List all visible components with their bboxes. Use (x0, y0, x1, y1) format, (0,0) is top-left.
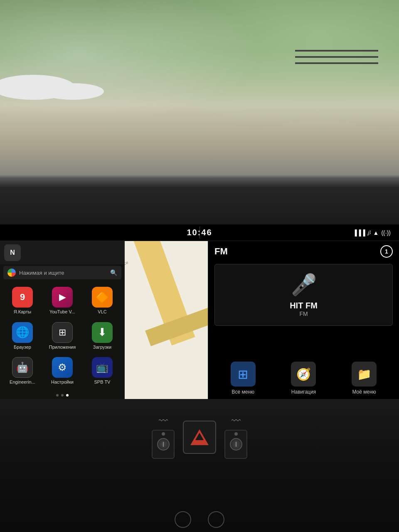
wifi-icon: ((·)) (381, 229, 391, 236)
yandex-maps-label: Я.Карты (14, 309, 31, 314)
fm-label: FM (214, 246, 228, 257)
fan-right-control: 〰 (224, 416, 247, 459)
car-exterior-view (0, 0, 399, 175)
fence (295, 50, 378, 83)
hazard-triangle-icon (190, 429, 209, 445)
app-downloads[interactable]: ⬇ Загрузки (83, 320, 121, 353)
search-hint: Нажимая и ищите (19, 270, 107, 276)
bottom-circle-btn-1[interactable] (175, 511, 191, 528)
nav-letter: N (10, 249, 15, 256)
page-dot-1 (56, 394, 59, 397)
engineering-icon: 🤖 (12, 357, 33, 378)
bottom-dashboard: 〰 〰 (0, 399, 399, 532)
search-icon[interactable]: 🔍 (110, 269, 117, 276)
navigator-app-icon[interactable]: N (4, 244, 21, 261)
knob-line-right (236, 442, 236, 447)
status-divider (200, 227, 200, 239)
hazard-button[interactable] (183, 421, 216, 454)
infotainment-screen: 10:46 ▐▐▐ 𝛽 ▲ ((·)) шоссе N (0, 224, 399, 399)
menu-buttons-row: ⊞ Все меню 🧭 Навигация 📁 Моё меню (214, 362, 393, 395)
radio-station-display[interactable]: 🎤 HIT FM FM (214, 264, 393, 326)
all-menu-button[interactable]: ⊞ Все меню (231, 362, 256, 395)
app-browser[interactable]: 🌐 Браузер (3, 320, 42, 353)
bottom-circle-buttons (175, 511, 224, 528)
app-settings[interactable]: ⚙ Настройки (43, 355, 81, 388)
engineering-label: Engineerin... (10, 379, 35, 384)
preset-number: 1 (385, 248, 388, 255)
hvac-right-dial[interactable] (224, 430, 247, 459)
all-menu-icon: ⊞ (231, 362, 256, 387)
station-type: FM (299, 310, 308, 317)
fan-right-icon: 〰 (232, 416, 241, 426)
browser-icon: 🌐 (12, 322, 33, 343)
settings-label: Настройки (51, 379, 74, 384)
youtube-vanced-label: YouTube V... (49, 309, 75, 314)
downloads-label: Загрузки (93, 345, 111, 350)
page-indicator (0, 392, 125, 399)
hvac-left-knob[interactable] (157, 438, 170, 451)
navigation-label: Навигация (291, 389, 316, 395)
fan-left-control: 〰 (152, 416, 175, 459)
fm-preset-badge: 1 (380, 245, 393, 258)
signal-icon: ▲ (373, 229, 379, 236)
vlc-label: VLC (98, 309, 106, 314)
spbtv-label: SPB TV (94, 379, 111, 384)
knob-line (163, 442, 164, 447)
settings-icon: ⚙ (52, 357, 73, 378)
bluetooth-icon: 𝛽 (368, 229, 371, 236)
app-vlc[interactable]: 🔶 VLC (83, 284, 121, 318)
navigation-button[interactable]: 🧭 Навигация (291, 362, 316, 395)
hvac-right-knob[interactable] (230, 438, 242, 451)
nav-icon-bar: N (0, 241, 125, 264)
app-spbtv[interactable]: 📺 SPB TV (83, 355, 121, 388)
applications-label: Приложения (49, 345, 76, 350)
navigation-icon: 🧭 (291, 362, 316, 387)
youtube-vanced-icon: ▶ (52, 287, 73, 308)
app-grid: 9 Я.Карты ▶ YouTube V... 🔶 (0, 281, 125, 392)
station-name: HIT FM (290, 301, 318, 310)
snow-blob-2 (42, 83, 104, 100)
app-engineering[interactable]: 🤖 Engineerin... (3, 355, 42, 388)
google-logo (7, 268, 16, 277)
right-panel: FM 1 🎤 HIT FM FM ⊞ Все меню (208, 241, 399, 399)
battery-icon: ▐▐▐ (353, 229, 365, 236)
page-dot-2 (61, 394, 64, 397)
downloads-icon: ⬇ (92, 322, 113, 343)
browser-label: Браузер (14, 345, 31, 350)
applications-icon: ⊞ (52, 322, 73, 343)
app-yandex-maps[interactable]: 9 Я.Карты (3, 284, 42, 318)
all-menu-label: Все меню (232, 389, 255, 395)
status-bar: 10:46 ▐▐▐ 𝛽 ▲ ((·)) (0, 224, 399, 241)
my-menu-icon: 📁 (352, 362, 377, 387)
vlc-icon: 🔶 (92, 287, 113, 308)
dashboard-top-bezel (0, 175, 399, 224)
app-youtube-vanced[interactable]: ▶ YouTube V... (43, 284, 81, 318)
hvac-controls: 〰 〰 (152, 416, 247, 459)
fan-left-icon: 〰 (159, 416, 168, 426)
android-launcher: N Нажимая и ищите 🔍 9 Я.Карты (0, 241, 125, 399)
spbtv-icon: 📺 (92, 357, 113, 378)
my-menu-button[interactable]: 📁 Моё меню (352, 362, 377, 395)
fm-header: FM 1 (214, 245, 393, 258)
left-panel: шоссе N Нажимая и ищите 🔍 (0, 241, 208, 399)
my-menu-label: Моё меню (352, 389, 376, 395)
hvac-left-dial[interactable] (152, 430, 175, 459)
page-dot-3 (66, 394, 69, 397)
search-bar[interactable]: Нажимая и ищите 🔍 (3, 266, 121, 279)
bottom-circle-btn-2[interactable] (208, 511, 224, 528)
app-applications[interactable]: ⊞ Приложения (43, 320, 81, 353)
main-content-area: шоссе N Нажимая и ищите 🔍 (0, 241, 399, 399)
microphone-icon: 🎤 (291, 273, 317, 297)
yandex-maps-icon: 9 (12, 287, 33, 308)
status-icons-area: ▐▐▐ 𝛽 ▲ ((·)) (353, 229, 391, 236)
